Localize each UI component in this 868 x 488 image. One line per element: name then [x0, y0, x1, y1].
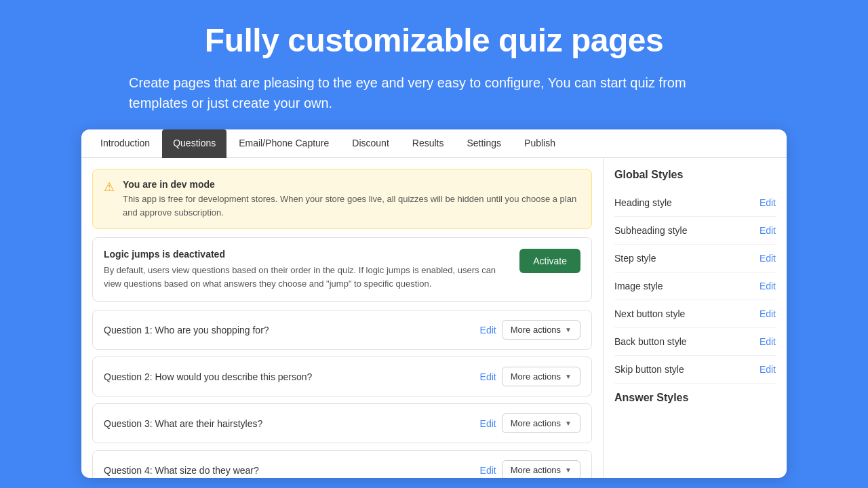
next-button-style-row: Next button style Edit [614, 300, 776, 328]
question-2-edit-button[interactable]: Edit [480, 371, 496, 382]
heading-style-label: Heading style [614, 197, 672, 208]
skip-button-style-edit-button[interactable]: Edit [760, 364, 776, 375]
heading-style-row: Heading style Edit [614, 189, 776, 217]
next-button-style-label: Next button style [614, 308, 685, 319]
dev-mode-text: This app is free for development stores.… [123, 192, 580, 219]
tab-email-phone-capture[interactable]: Email/Phone Capture [228, 129, 340, 158]
dropdown-arrow-icon: ▼ [565, 466, 572, 474]
question-card-1: Question 1: Who are you shopping for? Ed… [92, 310, 592, 350]
tabs-bar: Introduction Questions Email/Phone Captu… [81, 129, 787, 158]
question-2-label: Question 2: How would you describe this … [104, 371, 312, 382]
heading-style-edit-button[interactable]: Edit [760, 197, 776, 208]
skip-button-style-label: Skip button style [614, 364, 684, 375]
question-3-more-actions-button[interactable]: More actions ▼ [502, 413, 580, 433]
subheading-style-row: Subheading style Edit [614, 217, 776, 245]
logic-jumps-content: Logic jumps is deactivated By default, u… [104, 249, 511, 290]
right-panel: Global Styles Heading style Edit Subhead… [604, 158, 787, 478]
question-3-label: Question 3: What are their hairstyles? [104, 418, 262, 429]
global-styles-title: Global Styles [614, 169, 776, 181]
question-1-more-actions-button[interactable]: More actions ▼ [502, 320, 580, 340]
step-style-row: Step style Edit [614, 245, 776, 272]
question-3-actions: Edit More actions ▼ [480, 413, 580, 433]
activate-button[interactable]: Activate [519, 249, 580, 273]
question-4-edit-button[interactable]: Edit [480, 465, 496, 476]
tab-settings[interactable]: Settings [456, 129, 512, 158]
dev-mode-content: You are in dev mode This app is free for… [123, 179, 580, 219]
question-card-4: Question 4: What size do they wear? Edit… [92, 450, 592, 478]
image-style-edit-button[interactable]: Edit [760, 281, 776, 291]
tab-results[interactable]: Results [401, 129, 455, 158]
warning-icon: ⚠ [104, 180, 115, 219]
logic-jumps-title: Logic jumps is deactivated [104, 249, 511, 260]
dev-mode-banner: ⚠ You are in dev mode This app is free f… [92, 169, 592, 229]
question-3-edit-button[interactable]: Edit [480, 418, 496, 429]
answer-styles-title: Answer Styles [614, 392, 776, 404]
question-2-more-actions-button[interactable]: More actions ▼ [502, 367, 580, 386]
logic-jumps-card: Logic jumps is deactivated By default, u… [92, 237, 592, 302]
dev-mode-title: You are in dev mode [123, 179, 580, 190]
hero-subtitle: Create pages that are pleasing to the ey… [129, 73, 739, 113]
dropdown-arrow-icon: ▼ [565, 326, 572, 333]
question-card-3: Question 3: What are their hairstyles? E… [92, 403, 592, 443]
hero-section: Fully customizable quiz pages Create pag… [0, 0, 868, 129]
subheading-style-edit-button[interactable]: Edit [760, 225, 776, 236]
step-style-edit-button[interactable]: Edit [760, 253, 776, 264]
question-1-edit-button[interactable]: Edit [480, 325, 496, 336]
image-style-label: Image style [614, 281, 663, 291]
back-button-style-row: Back button style Edit [614, 328, 776, 356]
app-container: Introduction Questions Email/Phone Captu… [81, 129, 787, 478]
tab-publish[interactable]: Publish [513, 129, 566, 158]
dropdown-arrow-icon: ▼ [565, 420, 572, 427]
left-panel: ⚠ You are in dev mode This app is free f… [81, 158, 604, 478]
question-2-actions: Edit More actions ▼ [480, 367, 580, 386]
question-4-label: Question 4: What size do they wear? [104, 465, 259, 476]
back-button-style-label: Back button style [614, 336, 687, 347]
skip-button-style-row: Skip button style Edit [614, 356, 776, 384]
dropdown-arrow-icon: ▼ [565, 373, 572, 380]
question-4-more-actions-button[interactable]: More actions ▼ [502, 460, 580, 478]
tab-discount[interactable]: Discount [341, 129, 399, 158]
subheading-style-label: Subheading style [614, 225, 687, 236]
step-style-label: Step style [614, 253, 656, 264]
question-1-label: Question 1: Who are you shopping for? [104, 325, 269, 336]
tab-introduction[interactable]: Introduction [90, 129, 161, 158]
back-button-style-edit-button[interactable]: Edit [760, 336, 776, 347]
question-card-2: Question 2: How would you describe this … [92, 357, 592, 396]
logic-jumps-text: By default, users view questions based o… [104, 264, 511, 290]
question-4-actions: Edit More actions ▼ [480, 460, 580, 478]
next-button-style-edit-button[interactable]: Edit [760, 308, 776, 319]
hero-title: Fully customizable quiz pages [54, 22, 814, 59]
main-content: ⚠ You are in dev mode This app is free f… [81, 158, 787, 478]
question-1-actions: Edit More actions ▼ [480, 320, 580, 340]
image-style-row: Image style Edit [614, 272, 776, 300]
tab-questions[interactable]: Questions [162, 129, 226, 158]
